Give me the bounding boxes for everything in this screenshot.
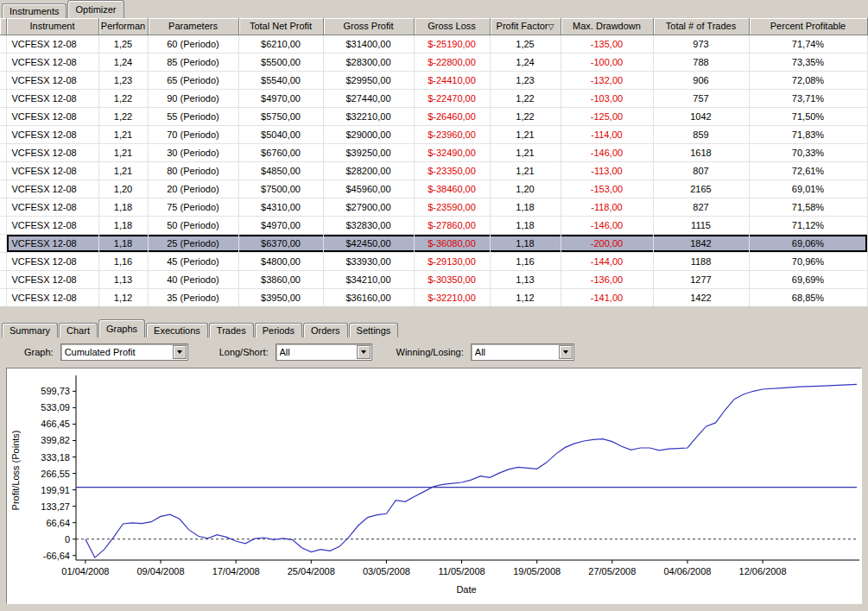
chevron-down-icon[interactable] xyxy=(173,345,187,359)
cell-total-of-trades: 1842 xyxy=(653,234,749,252)
table-row[interactable]: VCFESX 12-081,1825 (Periodo)$6370,00$424… xyxy=(0,234,867,252)
tab-instruments[interactable]: Instruments xyxy=(2,3,67,18)
column-header-total-net-profit[interactable]: Total Net Profit xyxy=(238,18,323,35)
cell-total-of-trades: 1618 xyxy=(653,143,749,161)
triangle-glyph xyxy=(361,350,366,354)
column-header-performan[interactable]: Performan xyxy=(98,18,148,35)
cell-profit-factor: 1,21 xyxy=(490,143,561,161)
cell-instrument: VCFESX 12-08 xyxy=(6,35,98,53)
cell-gross-loss: $-23350,00 xyxy=(414,161,490,180)
table-row[interactable]: VCFESX 12-081,2560 (Periodo)$6210,00$314… xyxy=(0,35,867,53)
y-tick-label: 466,45 xyxy=(41,419,70,429)
x-tick-label: 17/04/2008 xyxy=(212,566,260,576)
column-header-profit-factor[interactable]: Profit Factor▽ xyxy=(490,18,561,35)
x-tick-label: 09/04/2008 xyxy=(136,566,184,576)
x-tick-label: 19/05/2008 xyxy=(513,566,561,576)
table-row[interactable]: VCFESX 12-081,1850 (Periodo)$4970,00$328… xyxy=(0,216,867,234)
cell-parameters: 20 (Periodo) xyxy=(148,180,238,198)
table-row[interactable]: VCFESX 12-081,1235 (Periodo)$3950,00$361… xyxy=(0,288,867,306)
cell-total-of-trades: 1115 xyxy=(653,216,749,234)
column-header-parameters[interactable]: Parameters xyxy=(148,18,238,35)
cell-performan: 1,18 xyxy=(98,216,148,234)
table-row[interactable]: VCFESX 12-081,1875 (Periodo)$4310,00$279… xyxy=(0,198,867,216)
cell-instrument: VCFESX 12-08 xyxy=(6,125,98,143)
cell-performan: 1,24 xyxy=(98,53,148,71)
cell-total-net-profit: $3860,00 xyxy=(238,270,323,288)
table-row[interactable]: VCFESX 12-081,2365 (Periodo)$5540,00$299… xyxy=(0,71,867,89)
cell-percent-profitable: 70,33% xyxy=(749,143,867,161)
table-row[interactable]: VCFESX 12-081,2170 (Periodo)$5040,00$290… xyxy=(0,125,867,143)
table-row[interactable]: VCFESX 12-081,1645 (Periodo)$4800,00$339… xyxy=(0,252,867,270)
cell-percent-profitable: 72,08% xyxy=(749,71,867,89)
column-header-percent-profitable[interactable]: Percent Profitable xyxy=(749,18,867,35)
cell-profit-factor: 1,18 xyxy=(490,198,561,216)
cell-profit-factor: 1,18 xyxy=(490,234,561,252)
tab-settings[interactable]: Settings xyxy=(349,323,399,337)
optimizer-results-table-wrap: InstrumentPerformanParametersTotal Net P… xyxy=(0,18,868,306)
cell-parameters: 40 (Periodo) xyxy=(148,270,238,288)
x-tick-label: 25/04/2008 xyxy=(288,566,335,576)
winning-losing-select[interactable]: All xyxy=(471,343,574,361)
cell-performan: 1,18 xyxy=(98,234,148,252)
cell-percent-profitable: 70,96% xyxy=(749,252,867,270)
table-row[interactable]: VCFESX 12-081,1340 (Periodo)$3860,00$342… xyxy=(0,270,867,288)
cell-total-net-profit: $5540,00 xyxy=(238,71,323,89)
column-header-gross-loss[interactable]: Gross Loss xyxy=(414,18,490,35)
tab-orders[interactable]: Orders xyxy=(303,323,348,337)
tab-executions[interactable]: Executions xyxy=(146,323,208,337)
tab-summary[interactable]: Summary xyxy=(2,323,58,337)
graph-select[interactable]: Cumulated Profit xyxy=(60,343,188,361)
cell-performan: 1,21 xyxy=(98,125,148,143)
column-header-gross-profit[interactable]: Gross Profit xyxy=(323,18,414,35)
cell-gross-loss: $-30350,00 xyxy=(414,270,490,288)
cell-total-net-profit: $4310,00 xyxy=(238,198,323,216)
cell-instrument: VCFESX 12-08 xyxy=(6,180,98,198)
column-header-total-of-trades[interactable]: Total # of Trades xyxy=(653,18,749,35)
tab-trades[interactable]: Trades xyxy=(209,323,254,337)
cell-gross-loss: $-23960,00 xyxy=(414,125,490,143)
graph-select-value: Cumulated Profit xyxy=(65,347,136,357)
cell-profit-factor: 1,24 xyxy=(490,53,561,71)
table-row[interactable]: VCFESX 12-081,2485 (Periodo)$5500,00$283… xyxy=(0,53,867,71)
cell-profit-factor: 1,20 xyxy=(490,180,561,198)
cell-instrument: VCFESX 12-08 xyxy=(6,107,98,125)
long-short-select-value: All xyxy=(280,347,290,357)
long-short-select[interactable]: All xyxy=(276,343,372,361)
tab-graphs[interactable]: Graphs xyxy=(98,319,145,337)
chevron-down-icon[interactable] xyxy=(559,345,573,359)
cell-gross-loss: $-32210,00 xyxy=(414,288,490,306)
y-axis-title: Profit/Loss (Points) xyxy=(10,431,21,511)
cell-percent-profitable: 69,69% xyxy=(749,270,867,288)
table-row[interactable]: VCFESX 12-081,2290 (Periodo)$4970,00$274… xyxy=(0,89,867,107)
cell-performan: 1,21 xyxy=(98,143,148,161)
cell-gross-profit: $45960,00 xyxy=(323,180,414,198)
row-gutter xyxy=(0,89,6,107)
table-row[interactable]: VCFESX 12-081,2255 (Periodo)$5750,00$322… xyxy=(0,107,867,125)
cell-instrument: VCFESX 12-08 xyxy=(6,143,98,161)
cell-profit-factor: 1,21 xyxy=(490,161,561,180)
table-row[interactable]: VCFESX 12-081,2180 (Periodo)$4850,00$282… xyxy=(0,161,867,180)
cell-gross-profit: $32210,00 xyxy=(323,107,414,125)
cell-instrument: VCFESX 12-08 xyxy=(6,89,98,107)
table-row[interactable]: VCFESX 12-081,2020 (Periodo)$7500,00$459… xyxy=(0,180,867,198)
tab-chart[interactable]: Chart xyxy=(59,323,98,337)
cell-gross-loss: $-22470,00 xyxy=(414,89,490,107)
optimizer-window: InstrumentsOptimizer InstrumentPerforman… xyxy=(0,0,868,611)
cell-gross-profit: $27900,00 xyxy=(323,198,414,216)
column-header-max-drawdown[interactable]: Max. Drawdown xyxy=(561,18,653,35)
long-short-label: Long/Short: xyxy=(219,347,269,357)
row-gutter xyxy=(0,143,6,161)
graph-controls-bar: Graph: Cumulated Profit Long/Short: All … xyxy=(0,340,868,364)
row-gutter xyxy=(0,35,6,53)
x-tick-label: 12/06/2008 xyxy=(739,566,787,576)
tab-periods[interactable]: Periods xyxy=(255,323,302,337)
table-row[interactable]: VCFESX 12-081,2130 (Periodo)$6760,00$392… xyxy=(0,143,867,161)
cell-instrument: VCFESX 12-08 xyxy=(6,252,98,270)
chevron-down-icon[interactable] xyxy=(357,345,371,359)
row-gutter xyxy=(0,234,6,252)
cell-parameters: 90 (Periodo) xyxy=(148,89,238,107)
cell-total-of-trades: 2165 xyxy=(653,180,749,198)
tab-optimizer[interactable]: Optimizer xyxy=(67,0,124,18)
column-header-instrument[interactable]: Instrument xyxy=(6,18,98,35)
cell-total-of-trades: 859 xyxy=(653,125,749,143)
